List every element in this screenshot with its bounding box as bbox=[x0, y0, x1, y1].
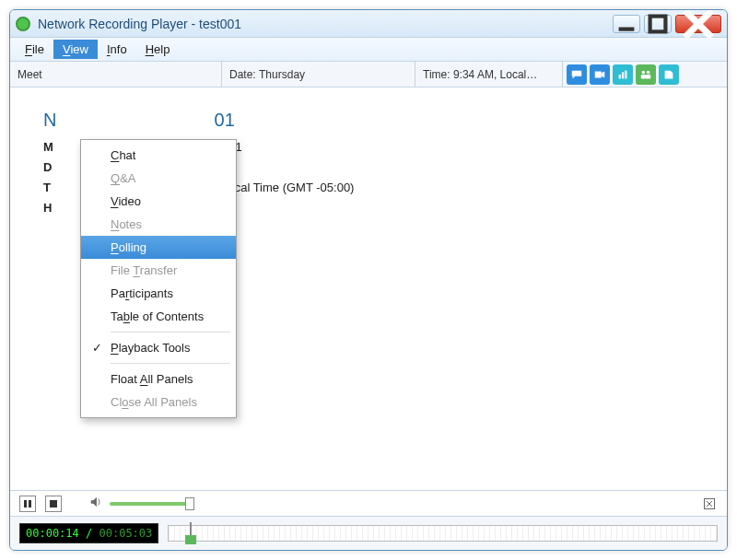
menu-item-polling[interactable]: Polling bbox=[81, 236, 236, 259]
volume-icon[interactable] bbox=[89, 496, 102, 511]
polling-icon[interactable] bbox=[613, 64, 633, 85]
app-window: Network Recording Player - test001 File … bbox=[9, 9, 728, 551]
close-button[interactable] bbox=[675, 15, 721, 33]
menu-separator bbox=[111, 332, 230, 332]
close-panel-button[interactable] bbox=[701, 496, 718, 512]
svg-rect-5 bbox=[619, 75, 621, 78]
menu-item-playback-tools[interactable]: Playback Tools bbox=[81, 336, 236, 359]
toolbar-icons bbox=[563, 62, 683, 87]
svg-rect-7 bbox=[625, 70, 626, 78]
volume-slider[interactable] bbox=[110, 502, 193, 506]
svg-rect-13 bbox=[29, 500, 31, 508]
toolbar-date: Date: Thursday bbox=[222, 62, 415, 87]
time-elapsed: 00:00:14 bbox=[26, 527, 79, 540]
date-value: Thursday bbox=[259, 68, 305, 81]
info-toolbar: Meet Date: Thursday Time: 9:34 AM, Local… bbox=[10, 62, 727, 88]
svg-rect-6 bbox=[622, 72, 624, 78]
time-label: Time: bbox=[423, 68, 450, 81]
menu-item-file-transfer[interactable]: File Transfer bbox=[81, 259, 236, 282]
svg-rect-1 bbox=[650, 16, 666, 31]
timecode: 00:00:14 / 00:05:03 bbox=[19, 523, 158, 543]
menu-item-chat[interactable]: Chat bbox=[81, 144, 236, 167]
menu-item-notes[interactable]: Notes bbox=[81, 213, 236, 236]
menu-item-toc[interactable]: Table of Contents bbox=[81, 305, 236, 328]
volume-slider-thumb[interactable] bbox=[185, 497, 194, 510]
menubar: File View Info Help bbox=[10, 38, 727, 62]
menu-item-float-all[interactable]: Float All Panels bbox=[81, 368, 236, 391]
titlebar[interactable]: Network Recording Player - test001 bbox=[10, 10, 727, 38]
stop-button[interactable] bbox=[45, 496, 62, 512]
menu-item-participants[interactable]: Participants bbox=[81, 282, 236, 305]
svg-rect-12 bbox=[24, 500, 27, 508]
window-title: Network Recording Player - test001 bbox=[38, 17, 241, 31]
svg-rect-10 bbox=[641, 75, 646, 78]
toolbar-time: Time: 9:34 AM, Local… bbox=[415, 62, 563, 87]
pause-button[interactable] bbox=[19, 496, 36, 512]
volume-control bbox=[89, 496, 193, 511]
svg-point-9 bbox=[647, 70, 650, 74]
minimize-button[interactable] bbox=[613, 15, 640, 33]
view-menu-dropdown: Chat Q&A Video Notes Polling File Transf… bbox=[80, 139, 237, 418]
time-total: 00:05:03 bbox=[99, 527, 152, 540]
svg-rect-4 bbox=[595, 71, 602, 77]
svg-rect-14 bbox=[50, 500, 57, 508]
notes-icon[interactable] bbox=[659, 64, 679, 85]
timeline-track[interactable] bbox=[168, 525, 718, 542]
menu-item-close-all[interactable]: Close All Panels bbox=[81, 391, 236, 414]
chat-icon[interactable] bbox=[567, 64, 587, 85]
menu-help[interactable]: Help bbox=[136, 40, 180, 59]
time-value: 9:34 AM, Local… bbox=[453, 68, 537, 81]
menu-view[interactable]: View bbox=[53, 40, 98, 59]
video-icon[interactable] bbox=[590, 64, 610, 85]
timeline-bar: 00:00:14 / 00:05:03 bbox=[10, 517, 727, 550]
content-area: N 01 M 211 D T Local Time (GMT -05:00) H… bbox=[10, 88, 727, 491]
participants-icon[interactable] bbox=[636, 64, 656, 85]
toolbar-meeting: Meet bbox=[10, 62, 222, 87]
date-label: Date: bbox=[229, 68, 256, 81]
app-icon bbox=[16, 17, 30, 31]
svg-rect-11 bbox=[646, 75, 650, 78]
doc-heading: N 01 bbox=[43, 110, 354, 130]
menu-separator bbox=[111, 363, 230, 364]
menu-info[interactable]: Info bbox=[98, 40, 136, 59]
svg-point-8 bbox=[642, 70, 646, 74]
maximize-button[interactable] bbox=[644, 15, 672, 33]
meeting-label: Meet bbox=[18, 68, 42, 81]
menu-item-qa[interactable]: Q&A bbox=[81, 167, 236, 190]
playback-controls bbox=[10, 491, 727, 517]
menu-file[interactable]: File bbox=[16, 40, 53, 59]
timeline-playhead[interactable] bbox=[185, 522, 196, 544]
menu-item-video[interactable]: Video bbox=[81, 190, 236, 213]
